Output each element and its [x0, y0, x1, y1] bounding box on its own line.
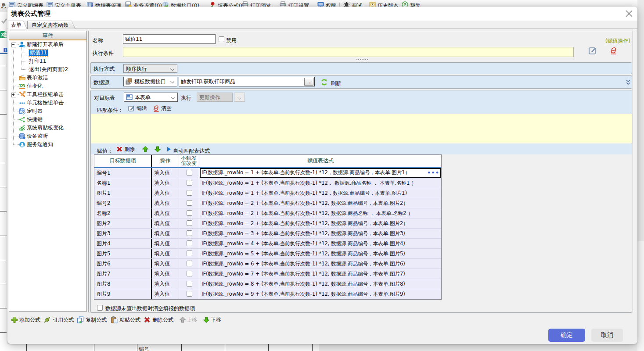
assignment-table-row[interactable]: 图片3 填入值 IF(数据源._rowNo = 3 + (本表单.当前执行次数-… [94, 229, 441, 239]
svg-text:X: X [1, 32, 4, 37]
edit-match-button[interactable]: 编辑 [128, 105, 147, 112]
db-listen-icon [19, 133, 25, 140]
ok-button[interactable]: 确定 [548, 329, 585, 342]
tree-item[interactable]: 退出(关闭页面)2 [9, 65, 86, 74]
expression-cell[interactable]: IF(数据源._rowNo = 1 + (本表单.当前执行次数-1) *12，数… [200, 168, 441, 178]
no-trigger-checkbox[interactable] [187, 240, 192, 246]
formula-toolbar-button[interactable]: 复制公式 [77, 316, 107, 324]
refresh-icon[interactable] [320, 79, 328, 86]
assignment-table-row[interactable]: 编号2 填入值 IF(数据源._rowNo = 2 + (本表单.当前执行次数-… [94, 198, 441, 208]
tree-expand-toggle[interactable] [11, 93, 16, 97]
exec-mode-select[interactable]: 顺序执行 [123, 64, 177, 73]
expression-cell[interactable]: IF(数据源._rowNo = 3 + (本表单.当前执行次数-1) *12, … [200, 229, 441, 238]
play-icon[interactable] [166, 147, 172, 152]
formula-toolbar-button[interactable]: 上移 [179, 316, 197, 324]
assignment-table-row[interactable]: 编号1 填入值 IF(数据源._rowNo = 1 + (本表单.当前执行次数-… [94, 168, 441, 178]
tree-item[interactable]: 123 值变化 [9, 82, 86, 90]
formula-toolbar-button[interactable]: 下移 [203, 316, 221, 324]
expression-cell[interactable]: IF(数据源._rowNo = 8 + (本表单.当前执行次数-1) *12, … [200, 279, 441, 289]
expression-cell[interactable]: IF(数据源._rowNo = 2 + (本表单.当前执行次数-1) *12, … [200, 198, 441, 208]
formula-toolbar-button[interactable]: 引用公式 [43, 316, 74, 324]
tree-item[interactable]: 服务端通知 [9, 140, 86, 149]
formula-toolbar-button[interactable]: 粘贴公式 [111, 316, 140, 324]
datasource-type-select[interactable]: 模板数据接口 [123, 77, 177, 86]
browse-button[interactable]: ... [304, 78, 313, 86]
tree-item[interactable]: 工具栏按钮单击 [9, 90, 86, 99]
assignment-table-row[interactable]: 图片6 填入值 IF(数据源._rowNo = 6 + (本表单.当前执行次数-… [94, 259, 441, 269]
tab-form[interactable]: 表单 [8, 21, 27, 29]
formula-toolbar-button[interactable]: 添加公式 [11, 316, 40, 324]
no-trigger-checkbox[interactable] [187, 271, 192, 276]
background-column-line [225, 344, 225, 351]
expression-cell[interactable]: IF(数据源._rowNo = 2 + (本表单.当前执行次数-1) *12, … [200, 218, 441, 228]
tree-item-suffix: 2 [65, 66, 68, 72]
move-up-icon[interactable] [142, 146, 149, 153]
no-trigger-checkbox[interactable] [187, 200, 192, 206]
no-trigger-checkbox[interactable] [187, 210, 192, 216]
name-input[interactable] [123, 34, 216, 44]
condition-label: 执行条件 [93, 50, 114, 57]
edit-condition-icon[interactable] [589, 47, 597, 55]
cancel-button[interactable]: 取消 [591, 329, 623, 342]
tree-item[interactable]: 系统剪贴板变化 [9, 124, 86, 132]
assignment-table-row[interactable]: 图片5 填入值 IF(数据源._rowNo = 5 + (本表单.当前执行次数-… [94, 249, 441, 259]
no-trigger-checkbox[interactable] [187, 281, 192, 287]
tree-item[interactable]: 表单激活 [9, 74, 86, 82]
tree-item[interactable]: 快捷键 [9, 115, 86, 124]
formula-toolbar-button[interactable]: 删除公式 [144, 316, 173, 324]
expression-cell[interactable]: IF(数据源._rowNo = 5 + (本表单.当前执行次数-1) *12, … [200, 249, 441, 258]
assignment-table-row[interactable]: 图片9 填入值 IF(数据源._rowNo = 9 + (本表单.当前执行次数-… [94, 289, 441, 299]
no-trigger-checkbox[interactable] [187, 251, 192, 256]
no-trigger-checkbox[interactable] [187, 230, 192, 236]
tree-item[interactable]: 打印11 [9, 57, 86, 65]
disable-checkbox[interactable] [219, 36, 224, 42]
expression-cell[interactable]: IF(数据源._rowNo = 2 + (本表单.当前执行次数-1) *12, … [200, 208, 441, 218]
tree-item[interactable]: 新建打开表单后 [9, 40, 86, 49]
assignment-table-row[interactable]: 图片2 填入值 IF(数据源._rowNo = 2 + (本表单.当前执行次数-… [94, 218, 441, 229]
move-down-icon[interactable] [154, 146, 161, 153]
expression-cell[interactable]: IF(数据源._rowNo = 4 + (本表单.当前执行次数-1) *12, … [200, 239, 441, 248]
expression-cell[interactable]: IF(数据源._rowNo = 6 + (本表单.当前执行次数-1) *12, … [200, 259, 441, 269]
condition-input[interactable] [123, 47, 574, 57]
expression-ellipsis-button[interactable]: ••• [427, 168, 439, 177]
tree-item[interactable]: 赋值11 [9, 49, 86, 57]
scissors-icon [19, 125, 25, 131]
refresh-label[interactable]: 刷新 [331, 80, 341, 87]
datasource-input[interactable] [179, 77, 315, 86]
match-condition-area[interactable] [91, 114, 632, 143]
assignment-table-row[interactable]: 图片4 填入值 IF(数据源._rowNo = 4 + (本表单.当前执行次数-… [94, 239, 441, 249]
erase-condition-icon[interactable] [609, 47, 618, 55]
expression-cell[interactable]: IF(数据源._rowNo = 1 + (本表单.当前执行次数-1) *12， … [200, 178, 441, 188]
expression-cell[interactable]: IF(数据源._rowNo = 7 + (本表单.当前执行次数-1) *12, … [200, 269, 441, 279]
no-trigger-checkbox[interactable] [187, 220, 192, 226]
svg-text:123: 123 [19, 84, 25, 88]
event-tree-header: 事件 [9, 31, 86, 40]
chevron-double-down-icon[interactable] [625, 79, 632, 86]
tree-item[interactable]: 设备监听 [9, 132, 86, 140]
expression-cell[interactable]: IF(数据源._rowNo = 9 + (本表单.当前执行次数-1) *12, … [200, 289, 441, 299]
no-trigger-checkbox[interactable] [187, 261, 192, 266]
no-trigger-checkbox[interactable] [187, 190, 192, 196]
clear-when-empty-checkbox[interactable] [97, 305, 103, 311]
assignment-table-row[interactable]: 名称2 填入值 IF(数据源._rowNo = 2 + (本表单.当前执行次数-… [94, 208, 441, 218]
assignment-table-row[interactable]: 名称1 填入值 IF(数据源._rowNo = 1 + (本表单.当前执行次数-… [94, 178, 441, 188]
expression-cell[interactable]: IF(数据源._rowNo = 1 + (本表单.当前执行次数-1) *12，数… [200, 188, 441, 198]
assignment-table-row[interactable]: 图片1 填入值 IF(数据源._rowNo = 1 + (本表单.当前执行次数-… [94, 188, 441, 198]
background-row-line [0, 187, 7, 187]
clear-match-button[interactable]: 清空 [153, 105, 172, 112]
no-trigger-checkbox[interactable] [187, 291, 192, 297]
x-red-icon [116, 146, 123, 153]
tab-custom-script-functions[interactable]: 自定义脚本函数 [27, 21, 76, 29]
target-select[interactable]: 本表单 [124, 93, 178, 102]
no-trigger-checkbox[interactable] [187, 170, 192, 176]
delete-assign-button[interactable]: 删除 [116, 146, 135, 153]
splitter-handle[interactable] [356, 59, 368, 61]
auto-match-label[interactable]: 自动匹配表达式 [173, 147, 210, 155]
assignment-table-row[interactable]: 图片7 填入值 IF(数据源._rowNo = 7 + (本表单.当前执行次数-… [94, 269, 441, 279]
assignment-table-row[interactable]: 图片8 填入值 IF(数据源._rowNo = 8 + (本表单.当前执行次数-… [94, 279, 441, 289]
tree-item[interactable]: 定时器 [9, 107, 86, 115]
tree-expand-toggle[interactable] [11, 43, 16, 47]
no-trigger-checkbox[interactable] [187, 180, 192, 186]
close-icon[interactable] [624, 9, 634, 18]
tree-item[interactable]: 单元格按钮单击 [9, 99, 86, 107]
